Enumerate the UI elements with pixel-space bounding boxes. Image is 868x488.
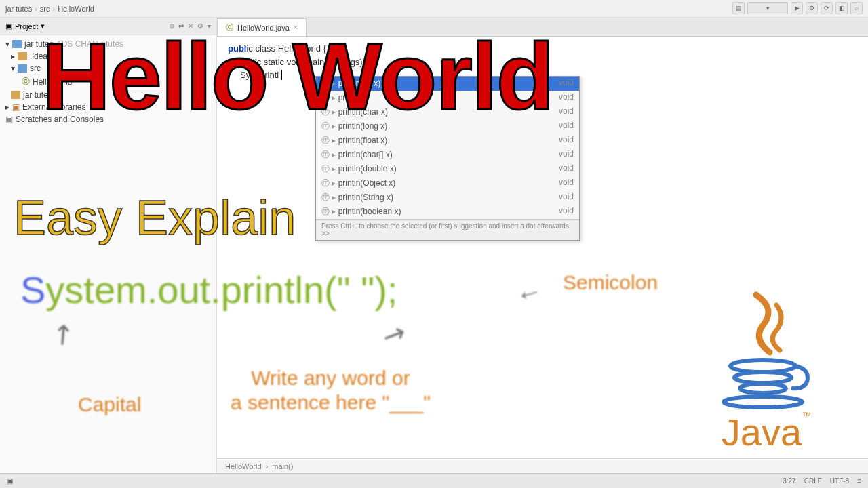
debug-icon[interactable]: ⚙ [806, 2, 818, 14]
cursor-position[interactable]: 3:27 [783, 477, 795, 485]
ac-item[interactable]: ⓜ ▸ println(char[] x)void [316, 148, 579, 162]
layout-icon[interactable]: ◧ [835, 2, 848, 14]
bc-sep: › [35, 5, 37, 13]
run-icon[interactable]: ▶ [791, 2, 803, 14]
java-logo: Java™ [692, 264, 841, 454]
breadcrumb: jar tutes › src › HelloWorld ▤ ▾ ▶ ⚙ ⟳ ◧… [0, 0, 868, 18]
svg-point-1 [734, 372, 791, 383]
indent-icon[interactable]: ≡ [857, 477, 861, 485]
panel-title: Project [15, 22, 38, 30]
run-config-dropdown[interactable]: ▾ [747, 2, 788, 14]
editor-status: HelloWorld › main() [217, 458, 868, 473]
encoding[interactable]: UTF-8 [830, 477, 849, 485]
ac-item[interactable]: ⓜ ▸ println(boolean x)void [316, 205, 579, 219]
status-left-icon[interactable]: ▣ [7, 477, 13, 485]
overlay-code-explain: System.out.println(" "); [20, 268, 397, 312]
toolbar-right: ▤ ▾ ▶ ⚙ ⟳ ◧ ⌕ [732, 2, 863, 14]
line-ending[interactable]: CRLF [804, 477, 822, 485]
bc-item[interactable]: jar tutes [5, 5, 32, 13]
bc-item[interactable]: src [40, 5, 50, 13]
ac-item[interactable]: ⓜ ▸ println(Object x)void [316, 176, 579, 190]
annotation-capital: Capital [78, 393, 141, 416]
ac-hint: Press Ctrl+. to choose the selected (or … [316, 219, 579, 240]
code-capital-s: S [20, 268, 45, 311]
bc-item[interactable]: HelloWorld [58, 5, 94, 13]
statusbar: ▣ 3:27 CRLF UTF-8 ≡ [0, 473, 868, 488]
overlay-title-easy: Easy Explain [14, 190, 296, 245]
bc-sep: › [52, 5, 55, 13]
java-cup-icon [715, 288, 817, 410]
ac-item[interactable]: ⓜ ▸ println(double x)void [316, 162, 579, 176]
svg-point-3 [724, 396, 802, 407]
overlay-title-hello: Hello World [42, 22, 553, 131]
ac-item[interactable]: ⓜ ▸ println(float x)void [316, 134, 579, 148]
code-semicolon: ; [387, 268, 398, 311]
code-body: ystem.out.println(" ") [45, 268, 387, 311]
java-wordmark: Java™ [722, 410, 811, 454]
annotation-sentence: Write any word ora sentence here "___" [231, 366, 431, 415]
rerun-icon[interactable]: ⟳ [821, 2, 833, 14]
folder-icon: ▣ [5, 22, 12, 30]
ac-item[interactable]: ⓜ ▸ println(String x)void [316, 190, 579, 205]
status-class[interactable]: HelloWorld [225, 462, 262, 470]
status-method[interactable]: main() [272, 462, 293, 470]
build-icon[interactable]: ▤ [732, 2, 745, 14]
annotation-semicolon: Semicolon [563, 271, 658, 294]
search-icon[interactable]: ⌕ [850, 2, 863, 14]
svg-point-2 [740, 384, 786, 393]
